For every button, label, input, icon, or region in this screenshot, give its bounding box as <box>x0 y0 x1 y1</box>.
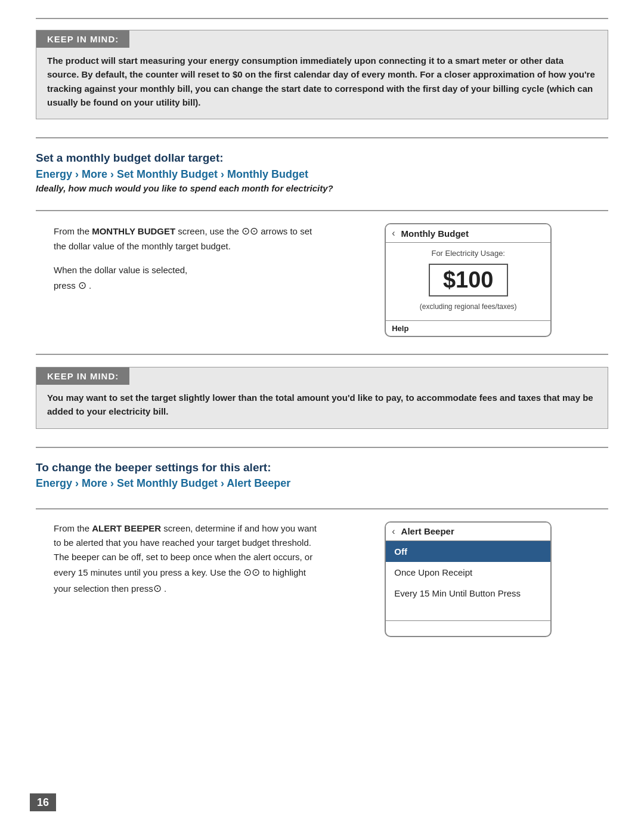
alert-back-arrow-icon: ‹ <box>392 526 395 537</box>
alert-two-col: From the ALERT BEEPER screen, determine … <box>54 521 590 637</box>
keep-in-mind-body-1: The product will start measuring your en… <box>36 54 608 109</box>
alert-section: To change the beeper settings for this a… <box>36 460 608 492</box>
budget-subtext: Ideally, how much would you like to spen… <box>36 183 608 193</box>
alert-device-col: ‹ Alert Beeper Off Once Upon Receipt Eve… <box>346 521 590 637</box>
alert-arrows-symbol: ⊙⊙ <box>243 567 260 578</box>
section-divider-4 <box>36 447 608 448</box>
alert-heading-line1: To change the beeper settings for this a… <box>36 461 271 474</box>
section-divider-3 <box>36 354 608 355</box>
press-symbol: ⊙ <box>78 280 86 291</box>
budget-heading: Set a monthly budget dollar target: Ener… <box>36 150 608 182</box>
alert-press-symbol: ⊙ <box>153 583 162 594</box>
page-number: 16 <box>30 793 56 811</box>
keep-in-mind-title-2: KEEP IN MIND: <box>36 367 129 385</box>
help-button: Help <box>392 324 442 333</box>
alert-screen-title: Alert Beeper <box>401 526 454 536</box>
screen-footnote: (excluding regional fees/taxes) <box>395 302 541 311</box>
budget-device-col: ‹ Monthly Budget For Electricity Usage: … <box>346 223 590 337</box>
keep-in-mind-box-1: KEEP IN MIND: The product will start mea… <box>36 30 608 119</box>
budget-heading-line1: Set a monthly budget dollar target: <box>36 152 224 164</box>
keep-in-mind-box-2: KEEP IN MIND: You may want to set the ta… <box>36 367 608 429</box>
screen-sub-label: For Electricity Usage: <box>395 249 541 258</box>
alert-option-off: Off <box>386 541 550 562</box>
bold-alert-beeper: ALERT BEEPER <box>92 523 161 533</box>
keep-in-mind-title-1: KEEP IN MIND: <box>36 30 129 48</box>
screen-header: ‹ Monthly Budget <box>386 224 550 243</box>
alert-beeper-screen: ‹ Alert Beeper Off Once Upon Receipt Eve… <box>385 521 552 637</box>
arrows-symbol: ⊙⊙ <box>242 225 258 237</box>
alert-option-once: Once Upon Receipt <box>386 562 550 583</box>
budget-value: $100 <box>429 264 508 296</box>
screen-body: For Electricity Usage: $100 (excluding r… <box>386 243 550 320</box>
bold-monthly-budget: MONTHLY BUDGET <box>92 226 175 236</box>
alert-screen-footer <box>386 620 550 636</box>
top-divider <box>36 18 608 19</box>
alert-breadcrumb: Energy › More › Set Monthly Budget › Ale… <box>36 477 290 489</box>
section-divider-5 <box>36 508 608 509</box>
budget-instructions: From the MONTHLY BUDGET screen, use the … <box>54 223 322 293</box>
footer-btn-2 <box>443 324 494 333</box>
footer-btn-3 <box>494 324 544 333</box>
section-divider-2 <box>36 210 608 211</box>
alert-instructions: From the ALERT BEEPER screen, determine … <box>54 521 322 597</box>
back-arrow-icon: ‹ <box>392 228 395 239</box>
monthly-budget-screen: ‹ Monthly Budget For Electricity Usage: … <box>385 223 552 337</box>
budget-section: Set a monthly budget dollar target: Ener… <box>36 150 608 193</box>
budget-two-col: From the MONTHLY BUDGET screen, use the … <box>54 223 590 337</box>
alert-screen-body: Off Once Upon Receipt Every 15 Min Until… <box>386 541 550 613</box>
screen-footer: Help <box>386 320 550 336</box>
alert-screen-header: ‹ Alert Beeper <box>386 523 550 541</box>
alert-heading: To change the beeper settings for this a… <box>36 460 608 492</box>
screen-title: Monthly Budget <box>401 228 469 239</box>
alert-option-every15: Every 15 Min Until Button Press <box>386 583 550 604</box>
page: KEEP IN MIND: The product will start mea… <box>0 0 644 828</box>
keep-in-mind-body-2: You may want to set the target slightly … <box>36 391 608 419</box>
section-divider-1 <box>36 137 608 138</box>
budget-breadcrumb: Energy › More › Set Monthly Budget › Mon… <box>36 168 308 180</box>
